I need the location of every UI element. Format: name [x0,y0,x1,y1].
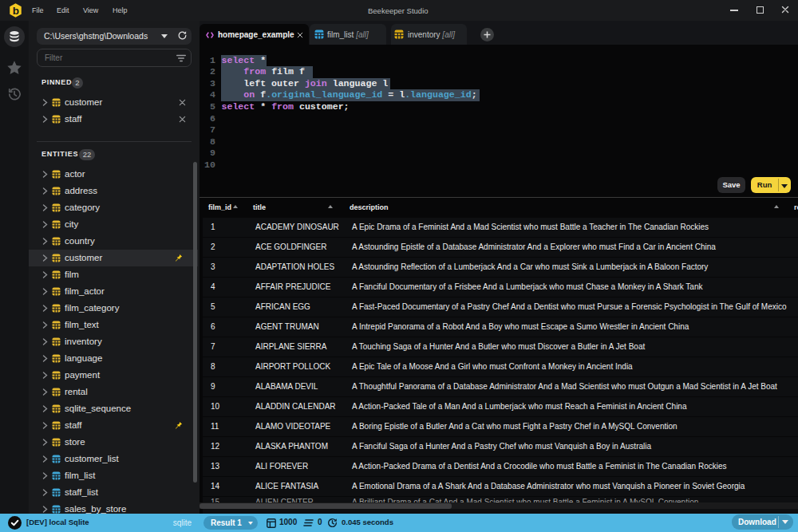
svg-text:b: b [13,5,19,17]
